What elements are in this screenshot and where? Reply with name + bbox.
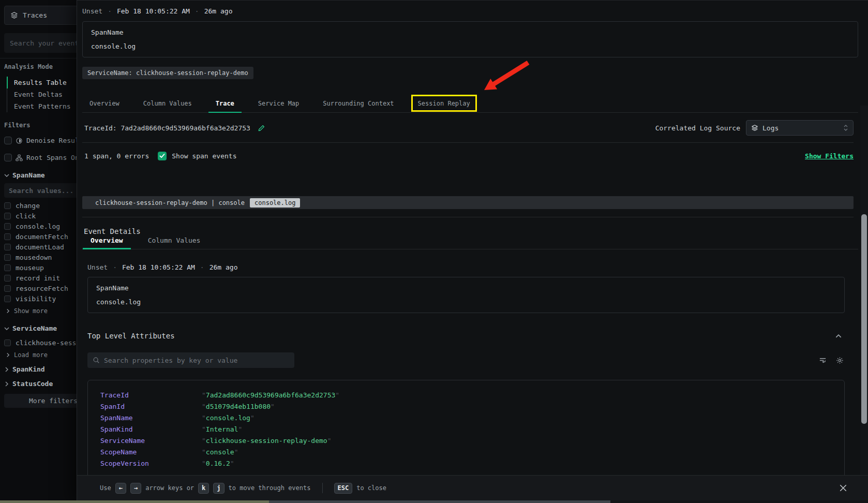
spanname-search-placeholder: Search values... (9, 187, 73, 195)
attribute-row[interactable]: ScopeName " console " (100, 448, 844, 455)
facet-header-spankind[interactable]: SpanKind (4, 365, 77, 373)
facet-value-row[interactable]: documentLoad (4, 242, 77, 252)
facet-value-label: click (16, 212, 36, 220)
facet-value-row[interactable]: console.log (4, 221, 77, 231)
waterfall-span-bar[interactable]: clickhouse-session-replay-demo | console… (82, 196, 854, 209)
events-search-input[interactable]: Search your event (4, 33, 77, 53)
facet-value-checkbox[interactable] (4, 295, 11, 302)
attributes-toolbar: Search properties by key or value (87, 352, 845, 368)
servicename-load-more[interactable]: Load more (6, 350, 77, 360)
scrollbar-track[interactable] (860, 106, 868, 475)
facet-header-servicename[interactable]: ServiceName (4, 324, 77, 332)
trace-id-label: TraceId: (84, 124, 117, 132)
facet-value-checkbox[interactable] (4, 254, 11, 261)
tab-overview[interactable]: Overview (89, 100, 119, 107)
attributes-search-input[interactable]: Search properties by key or value (87, 352, 294, 368)
facet-value-row[interactable]: visibility (4, 293, 77, 304)
event-side-panel-content: Unset · Feb 18 10:05:22 AM · 26m ago Spa… (77, 1, 868, 475)
facet-value-row[interactable]: click (4, 211, 77, 221)
analysis-mode-label: Analysis Mode (4, 63, 77, 70)
spanname-values-search-input[interactable]: Search values... (4, 183, 77, 198)
close-quote: " (327, 437, 332, 445)
tab-service-map[interactable]: Service Map (258, 100, 299, 107)
close-icon[interactable] (839, 484, 847, 492)
facet-value-checkbox[interactable] (4, 213, 11, 219)
tab-column-values[interactable]: Column Values (143, 100, 192, 107)
attributes-search-placeholder: Search properties by key or value (104, 357, 237, 364)
attribute-row[interactable]: ServiceName " clickhouse-session-replay-… (100, 437, 844, 444)
analysis-mode-group: Results Table Event Deltas Event Pattern… (7, 77, 77, 112)
collapse-chevron-up-icon[interactable] (835, 334, 842, 338)
facet-value-checkbox[interactable] (4, 285, 11, 292)
footer-use-text: Use (100, 484, 111, 492)
facet-value-checkbox[interactable] (4, 223, 11, 230)
event-details-tab-column-values[interactable]: Column Values (148, 236, 201, 244)
scrollbar-thumb[interactable] (861, 214, 867, 424)
wrap-lines-icon[interactable] (819, 357, 827, 364)
gear-icon[interactable] (836, 357, 844, 364)
facet-value-checkbox[interactable] (4, 244, 11, 250)
analysis-mode-event-deltas[interactable]: Event Deltas (7, 88, 77, 100)
tab-trace[interactable]: Trace (216, 100, 234, 107)
facet-header-statuscode[interactable]: StatusCode (4, 380, 77, 388)
facet-header-spanname[interactable]: SpanName (4, 171, 77, 179)
filter-toggle-denoise-results[interactable]: Denoise Results (4, 135, 77, 146)
facet-value-row-clickhouse[interactable]: clickhouse-session-replay-demo (4, 337, 77, 348)
attribute-row[interactable]: SpanName " console.log " (100, 414, 844, 421)
analysis-mode-event-patterns[interactable]: Event Patterns (7, 100, 77, 112)
attribute-row[interactable]: ScopeVersion " 0.16.2 " (100, 460, 844, 467)
facet-value-row[interactable]: record init (4, 273, 77, 283)
chevron-down-icon (4, 327, 9, 330)
service-name-chip[interactable]: ServiceName: clickhouse-session-replay-d… (82, 67, 253, 79)
facet-value-checkbox[interactable] (4, 264, 11, 271)
facet-value-checkbox[interactable] (4, 339, 11, 346)
sidebar: Traces Search your event Analysis Mode R… (0, 0, 77, 500)
spanname-show-more[interactable]: Show more (6, 306, 77, 316)
trace-header-row: TraceId: 7ad2ad8660c9d53969a6bf6a3e2d275… (82, 113, 854, 143)
chevron-right-icon (5, 367, 8, 372)
facet-value-checkbox[interactable] (4, 275, 11, 282)
footer-move-text: to move through events (229, 484, 311, 492)
horizontal-scrollbar-thumb[interactable] (0, 500, 269, 503)
facet-value-checkbox[interactable] (4, 233, 11, 240)
root-spans-only-checkbox[interactable] (4, 154, 12, 161)
facet-value-label: record init (16, 274, 60, 282)
facet-value-checkbox[interactable] (4, 202, 11, 209)
filter-toggle-root-spans-only[interactable]: Root Spans Only (4, 152, 77, 163)
bottom-edge-strip (0, 500, 868, 503)
span-name-card-label: SpanName (96, 284, 836, 292)
facet-value-row[interactable]: change (4, 200, 77, 211)
event-details-tab-overview[interactable]: Overview (91, 236, 123, 244)
facet-value-row[interactable]: documentFetch (4, 231, 77, 242)
facet-value-row[interactable]: mouseup (4, 262, 77, 273)
analysis-mode-results-table[interactable]: Results Table (7, 77, 77, 88)
trace-id-value: 7ad2ad8660c9d53969a6bf6a3e2d2753 (121, 124, 250, 132)
show-filters-link[interactable]: Show Filters (805, 152, 854, 160)
attribute-key: ServiceName (100, 437, 202, 445)
log-source-select[interactable]: Logs (746, 120, 854, 136)
trace-panel: TraceId: 7ad2ad8660c9d53969a6bf6a3e2d275… (82, 113, 854, 217)
tab-surrounding-context[interactable]: Surrounding Context (323, 100, 394, 107)
spanname-values-list: change click console.log documentFetch d… (4, 200, 77, 304)
attribute-row[interactable]: TraceId " 7ad2ad8660c9d53969a6bf6a3e2d27… (100, 391, 844, 398)
attributes-toolbar-icons (819, 357, 844, 364)
bottom-edge-dark (610, 500, 868, 503)
show-span-events-label[interactable]: Show span events (172, 152, 236, 160)
show-span-events-checkbox[interactable] (158, 152, 167, 160)
denoise-results-checkbox[interactable] (4, 137, 12, 144)
waterfall-span-label: clickhouse-session-replay-demo | console (95, 199, 245, 206)
denoise-icon (16, 137, 23, 144)
event-relative-time: 26m ago (209, 263, 238, 271)
event-side-panel: Unset · Feb 18 10:05:22 AM · 26m ago Spa… (77, 0, 868, 503)
source-selector-button[interactable]: Traces (4, 6, 77, 25)
facet-value-row[interactable]: mousedown (4, 252, 77, 262)
tab-session-replay[interactable]: Session Replay (418, 100, 470, 107)
more-filters-button[interactable]: More filters (4, 394, 77, 408)
facet-value-row[interactable]: resourceFetch (4, 283, 77, 293)
correlated-log-source-label: Correlated Log Source (655, 124, 740, 132)
edit-pencil-icon[interactable] (258, 124, 265, 132)
status-badge: Unset (82, 7, 102, 15)
span-name-card: SpanName console.log (82, 21, 858, 57)
attribute-row[interactable]: SpanId " d51079d4eb11b080 " (100, 403, 844, 410)
attribute-row[interactable]: SpanKind " Internal " (100, 425, 844, 433)
